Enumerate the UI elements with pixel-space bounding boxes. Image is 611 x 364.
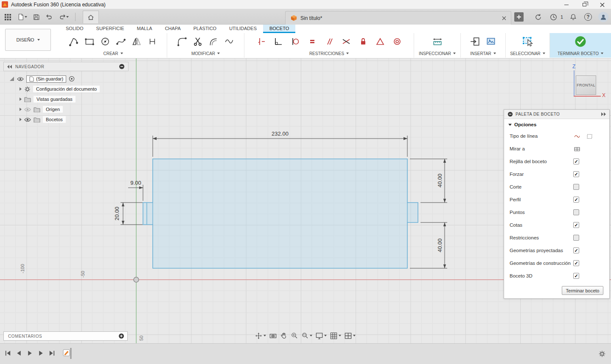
pan-button[interactable]	[280, 332, 288, 339]
file-menu-button[interactable]	[16, 12, 28, 22]
offset-tool-icon[interactable]	[208, 36, 219, 47]
help-button[interactable]	[583, 12, 593, 22]
viewports-button[interactable]	[344, 332, 356, 340]
comments-panel[interactable]: COMENTARIOS	[3, 331, 128, 341]
options-section-header[interactable]: Opciones	[504, 119, 609, 130]
slot-tool-icon[interactable]	[147, 36, 158, 47]
root-document-item[interactable]: (Sin guardar)	[26, 75, 66, 83]
tree-root-row[interactable]: (Sin guardar)	[3, 74, 129, 84]
dimension-right-bottom-value[interactable]: 40.00	[437, 239, 443, 253]
collinear-constraint-icon[interactable]	[341, 36, 351, 47]
parallel-constraint-icon[interactable]	[324, 36, 334, 47]
look-at-button[interactable]	[269, 332, 277, 340]
dimensions-checkbox[interactable]	[573, 222, 579, 228]
restore-button[interactable]	[575, 0, 593, 9]
tangent-constraint-icon[interactable]	[290, 36, 300, 47]
concentric-constraint-icon[interactable]	[392, 36, 402, 47]
viewcube-front-face[interactable]: FRONTAL	[576, 75, 596, 95]
eye-icon[interactable]	[17, 77, 24, 81]
perpendicular-constraint-icon[interactable]	[273, 36, 283, 47]
rectangle-tool-icon[interactable]	[84, 36, 95, 47]
navigator-header[interactable]: NAVEGADOR	[3, 62, 129, 71]
terminar-boceto-dropdown[interactable]: TERMINAR BOCETO	[550, 50, 611, 57]
expand-caret-icon[interactable]	[20, 97, 22, 101]
lock-constraint-icon[interactable]	[358, 36, 368, 47]
skip-to-end-button[interactable]	[48, 350, 56, 357]
tree-item-sketches[interactable]: Bocetos	[3, 114, 129, 125]
expand-caret-icon[interactable]	[20, 118, 22, 121]
edit-spline-icon[interactable]	[224, 36, 235, 47]
linetype-normal-icon[interactable]	[573, 133, 581, 140]
fillet-tool-icon[interactable]	[177, 36, 188, 47]
user-avatar[interactable]	[598, 12, 608, 22]
dimension-width-value[interactable]: 232.00	[272, 131, 289, 137]
eye-hidden-icon[interactable]	[24, 107, 31, 112]
inspeccionar-dropdown[interactable]: INSPECCIONAR	[414, 50, 460, 57]
eye-icon[interactable]	[24, 117, 31, 122]
mirror-tool-icon[interactable]	[131, 36, 142, 47]
circle-tool-icon[interactable]	[100, 36, 111, 47]
viewport[interactable]: 232.00 9.00 20.00	[0, 58, 611, 343]
document-tab-close-button[interactable]	[501, 15, 507, 22]
fix-constraint-icon[interactable]	[375, 36, 385, 47]
tree-item-document-settings[interactable]: Configuración del documento	[3, 84, 129, 94]
modificar-dropdown[interactable]: MODIFICAR	[167, 50, 244, 57]
profile-checkbox[interactable]	[573, 197, 579, 203]
origin-point[interactable]	[134, 277, 139, 282]
measure-tool-icon[interactable]	[432, 36, 443, 47]
spline-tool-icon[interactable]	[115, 36, 126, 47]
collapse-panel-icon[interactable]	[7, 65, 12, 69]
look-at-icon[interactable]	[573, 146, 581, 153]
construction-checkbox[interactable]	[573, 260, 579, 266]
sketch-profile[interactable]	[143, 159, 418, 268]
tab-malla[interactable]: MALLA	[131, 25, 159, 33]
play-button[interactable]	[26, 350, 34, 357]
document-tab[interactable]: Sin título*	[285, 11, 511, 25]
step-forward-button[interactable]	[37, 350, 45, 357]
palette-collapse-button[interactable]	[601, 112, 606, 116]
grid-checkbox[interactable]	[573, 158, 579, 164]
notifications-button[interactable]	[569, 12, 578, 22]
viewcube[interactable]: Z FRONTAL X	[569, 63, 611, 103]
vertical-horizontal-constraint-icon[interactable]	[256, 36, 266, 47]
tab-utilidades[interactable]: UTILIDADES	[223, 25, 263, 33]
navigator-display-toggle[interactable]	[119, 64, 125, 69]
finish-sketch-button[interactable]: Terminar boceto	[562, 286, 603, 295]
finish-sketch-icon[interactable]	[574, 35, 587, 48]
tab-boceto[interactable]: BOCETO	[263, 25, 295, 33]
target-icon[interactable]	[69, 76, 75, 82]
app-grid-button[interactable]	[3, 13, 12, 22]
constraints-checkbox[interactable]	[573, 235, 579, 241]
dimension-tab-width-value[interactable]: 9.00	[130, 180, 141, 186]
select-tool-icon[interactable]	[522, 36, 534, 47]
crear-dropdown[interactable]: CREAR	[59, 50, 167, 57]
add-comment-button[interactable]	[118, 333, 124, 339]
tab-plastico[interactable]: PLÁSTICO	[187, 25, 223, 33]
insert-image-icon[interactable]	[485, 36, 496, 47]
dimension-tab-height-value[interactable]: 20.00	[114, 207, 120, 221]
zoom-button[interactable]	[291, 332, 298, 339]
trim-scissors-icon[interactable]	[192, 36, 203, 47]
palette-header[interactable]: PALETA DE BOCETO	[504, 110, 609, 119]
display-settings-button[interactable]	[315, 332, 327, 340]
insertar-dropdown[interactable]: INSERTAR	[461, 50, 505, 57]
restricciones-dropdown[interactable]: RESTRICCIONES	[244, 50, 414, 57]
insert-dxf-icon[interactable]	[470, 36, 481, 47]
home-button[interactable]	[83, 11, 99, 23]
tree-item-origin[interactable]: Origen	[3, 104, 129, 114]
snap-checkbox[interactable]	[573, 171, 579, 177]
redo-button[interactable]	[58, 12, 70, 22]
skip-to-start-button[interactable]	[4, 350, 11, 357]
expand-caret-icon[interactable]	[20, 87, 22, 91]
step-back-button[interactable]	[15, 350, 22, 357]
projected-checkbox[interactable]	[573, 247, 579, 253]
tab-superficie[interactable]: SUPERFICIE	[90, 25, 131, 33]
new-tab-button[interactable]	[514, 12, 524, 22]
expand-caret-icon[interactable]	[20, 108, 22, 111]
orbit-button[interactable]	[255, 332, 266, 340]
tab-solido[interactable]: SOLIDO	[59, 25, 90, 33]
linetype-construction-icon[interactable]	[586, 133, 593, 140]
seleccionar-dropdown[interactable]: SELECCIONAR	[506, 50, 549, 57]
dimension-right-top-value[interactable]: 40.00	[437, 174, 443, 188]
sketch3d-checkbox[interactable]	[573, 273, 579, 279]
